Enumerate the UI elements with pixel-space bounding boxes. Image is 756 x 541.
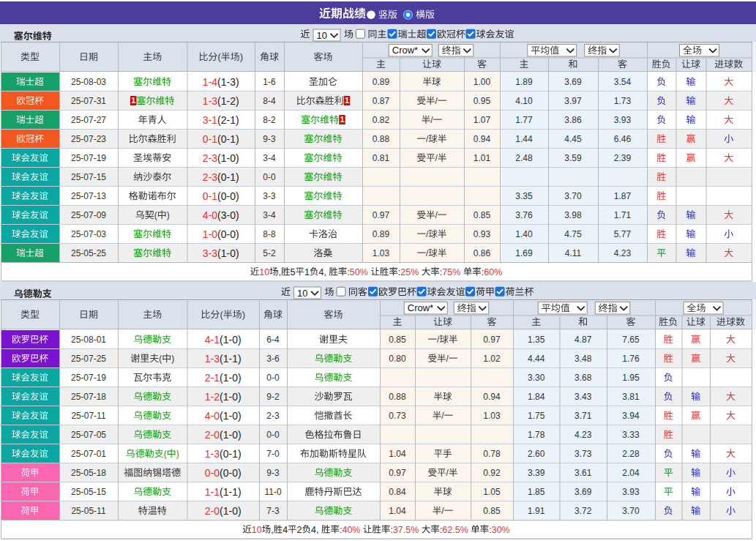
svg-text:2.39: 2.39 (614, 153, 632, 163)
svg-text:62.5%: 62.5% (442, 525, 468, 535)
svg-text:0.73: 0.73 (389, 411, 406, 421)
svg-text:0.87: 0.87 (373, 96, 390, 106)
svg-text:4.23: 4.23 (614, 248, 632, 258)
svg-text:25-07-05: 25-07-05 (71, 430, 106, 440)
svg-text:): ) (242, 309, 245, 320)
svg-text:(: ( (164, 449, 167, 459)
svg-text:1.04: 1.04 (389, 506, 406, 516)
svg-text:1.05: 1.05 (483, 487, 501, 497)
svg-text:3.61: 3.61 (575, 468, 592, 478)
svg-text:2-3: 2-3 (203, 152, 217, 164)
svg-text:8-4: 8-4 (263, 96, 276, 106)
svg-text:3.98: 3.98 (564, 210, 582, 220)
svg-text:0.95: 0.95 (474, 96, 491, 106)
svg-text:5.77: 5.77 (614, 229, 632, 239)
svg-text:25-07-13: 25-07-13 (71, 191, 106, 201)
svg-text:3.94: 3.94 (622, 411, 640, 421)
svg-text:60%: 60% (484, 267, 502, 277)
svg-text:1.84: 1.84 (528, 392, 545, 402)
svg-text:0-0: 0-0 (205, 467, 220, 479)
svg-text:4-1: 4-1 (205, 334, 220, 346)
svg-text:3-3: 3-3 (203, 247, 217, 259)
svg-text:1.44: 1.44 (515, 134, 533, 144)
svg-text:0.93: 0.93 (474, 229, 491, 239)
svg-text:0.97: 0.97 (373, 210, 390, 220)
svg-text:): ) (171, 354, 174, 364)
svg-text:3.72: 3.72 (575, 506, 592, 516)
svg-text:2: 2 (297, 525, 302, 535)
svg-text:(2-1): (2-1) (217, 114, 239, 126)
svg-text:3.73: 3.73 (575, 449, 592, 459)
svg-text:1.77: 1.77 (515, 115, 533, 125)
svg-text:25-05-11: 25-05-11 (71, 506, 105, 516)
svg-text:1-3: 1-3 (203, 95, 217, 107)
svg-text:0.84: 0.84 (389, 487, 406, 497)
svg-text:3.93: 3.93 (622, 487, 640, 497)
svg-text:(0-1): (0-1) (217, 133, 239, 145)
svg-text:0.88: 0.88 (373, 134, 390, 144)
svg-text:1.04: 1.04 (389, 449, 406, 459)
svg-text:0-0: 0-0 (266, 430, 280, 440)
svg-text:(1-1): (1-1) (220, 353, 242, 365)
svg-text:7-3: 7-3 (266, 506, 280, 516)
svg-text:2-3: 2-3 (203, 171, 217, 183)
svg-text:1.87: 1.87 (614, 191, 632, 201)
svg-text:(0-0): (0-0) (217, 228, 239, 240)
svg-text:3.59: 3.59 (564, 153, 582, 163)
svg-text:(3-0): (3-0) (217, 209, 239, 221)
svg-text:0.80: 0.80 (389, 354, 406, 364)
svg-text:(1-0): (1-0) (220, 334, 242, 346)
svg-text:2.60: 2.60 (528, 449, 545, 459)
svg-text:1-4: 1-4 (203, 76, 217, 88)
svg-text:3.93: 3.93 (614, 115, 632, 125)
svg-text:25-07-18: 25-07-18 (71, 392, 106, 402)
svg-text:3-1: 3-1 (203, 114, 217, 126)
svg-text:1.75: 1.75 (528, 411, 545, 421)
svg-text:(0-0): (0-0) (220, 467, 242, 479)
svg-text:3.48: 3.48 (575, 354, 592, 364)
svg-text:75%: 75% (442, 267, 460, 277)
svg-text:3.97: 3.97 (564, 96, 582, 106)
svg-text:25-08-03: 25-08-03 (71, 77, 106, 87)
svg-text:0.97: 0.97 (483, 335, 501, 345)
svg-text:0-0: 0-0 (263, 172, 276, 182)
svg-text:4,: 4, (311, 525, 318, 535)
svg-text:30%: 30% (492, 525, 510, 535)
svg-text:1.89: 1.89 (515, 77, 533, 87)
svg-text:(: ( (154, 210, 157, 220)
svg-text:1.03: 1.03 (483, 411, 501, 421)
svg-text:3.86: 3.86 (564, 115, 582, 125)
svg-text:4: 4 (282, 525, 288, 535)
svg-text:0.78: 0.78 (483, 449, 501, 459)
svg-text:1.69: 1.69 (515, 248, 533, 258)
svg-text:11-0: 11-0 (264, 487, 281, 497)
svg-text:0.82: 0.82 (373, 115, 390, 125)
svg-text:4.45: 4.45 (564, 134, 582, 144)
svg-text:(1-0): (1-0) (217, 247, 239, 259)
svg-text:3.39: 3.39 (528, 468, 545, 478)
svg-text:3.54: 3.54 (614, 77, 632, 87)
svg-text:1: 1 (304, 267, 310, 277)
svg-text:0.85: 0.85 (389, 335, 406, 345)
svg-text:1.95: 1.95 (622, 373, 640, 383)
svg-text:3.35: 3.35 (515, 191, 533, 201)
svg-text:(0-0): (0-0) (217, 190, 239, 202)
svg-text:5: 5 (291, 267, 296, 277)
svg-text:1.78: 1.78 (528, 430, 545, 440)
svg-text:1-3: 1-3 (205, 448, 220, 460)
svg-text:): ) (176, 449, 179, 459)
svg-text:1-6: 1-6 (263, 77, 276, 87)
svg-text:0.85: 0.85 (474, 210, 491, 220)
svg-text:1.01: 1.01 (474, 153, 491, 163)
svg-text:9-2: 9-2 (266, 392, 280, 402)
svg-text:8-2: 8-2 (263, 115, 276, 125)
svg-text:25-07-25: 25-07-25 (71, 354, 106, 364)
svg-text:Crow*: Crow* (408, 302, 433, 313)
svg-text:25-05-18: 25-05-18 (71, 468, 106, 478)
svg-text:1-2: 1-2 (205, 391, 220, 403)
svg-text:0.94: 0.94 (474, 134, 491, 144)
svg-text:4.10: 4.10 (515, 96, 533, 106)
svg-text:2-0: 2-0 (205, 505, 220, 517)
svg-text:25-07-09: 25-07-09 (71, 210, 106, 220)
svg-text:2.04: 2.04 (622, 468, 640, 478)
